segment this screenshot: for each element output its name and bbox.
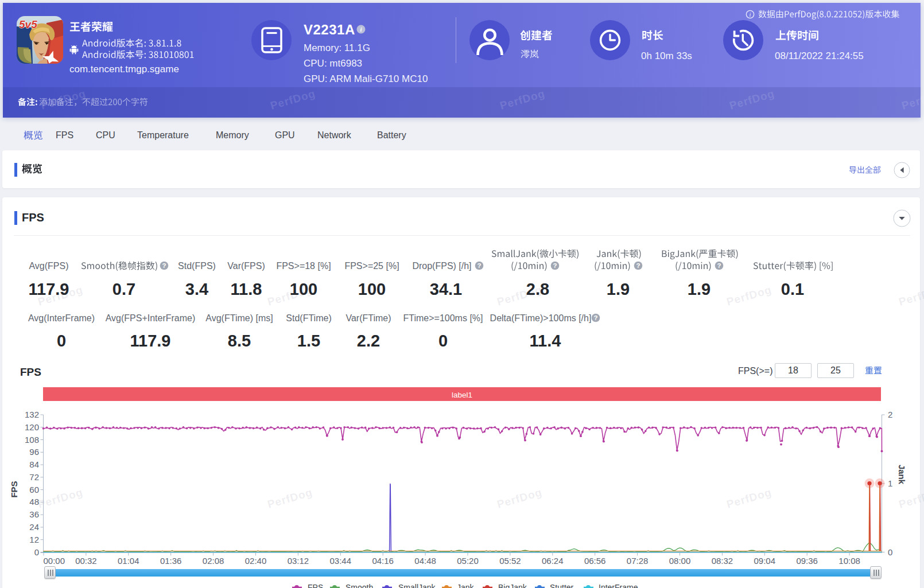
svg-text:SmallJank: SmallJank	[398, 583, 436, 588]
svg-text:FPS: FPS	[9, 481, 19, 497]
svg-text:2: 2	[888, 410, 892, 419]
svg-text:84: 84	[29, 460, 39, 469]
svg-text:?: ?	[593, 314, 597, 321]
svg-text:?: ?	[477, 262, 481, 269]
svg-text:48: 48	[29, 497, 39, 507]
svg-text:?: ?	[553, 262, 557, 269]
svg-text:Stutter: Stutter	[550, 583, 574, 588]
svg-text:02:08: 02:08	[203, 556, 224, 566]
svg-text:00:32: 00:32	[75, 556, 97, 566]
svg-text:08:00: 08:00	[669, 556, 691, 566]
svg-text:03:44: 03:44	[330, 556, 352, 566]
svg-text:FPS: FPS	[308, 583, 323, 588]
svg-text:05:52: 05:52	[499, 556, 521, 566]
svg-text:label1: label1	[452, 391, 472, 399]
svg-text:06:24: 06:24	[542, 556, 564, 566]
svg-text:1: 1	[888, 478, 892, 488]
svg-text:Jank: Jank	[897, 465, 907, 485]
svg-text:08:32: 08:32	[712, 556, 733, 566]
svg-text:06:56: 06:56	[584, 556, 606, 566]
svg-text:01:04: 01:04	[118, 556, 139, 566]
svg-text:?: ?	[636, 262, 640, 269]
svg-text:24: 24	[29, 522, 39, 532]
svg-text:Jank: Jank	[457, 583, 475, 588]
svg-text:InterFrame: InterFrame	[599, 583, 638, 588]
svg-text:i: i	[750, 11, 751, 18]
svg-text:09:04: 09:04	[754, 556, 776, 566]
svg-text:04:48: 04:48	[414, 556, 436, 566]
svg-text:12: 12	[29, 535, 39, 544]
svg-text:05:20: 05:20	[457, 556, 479, 566]
svg-text:0: 0	[888, 547, 892, 557]
svg-text:03:12: 03:12	[288, 556, 309, 566]
svg-text:72: 72	[29, 472, 39, 482]
svg-text:120: 120	[25, 422, 39, 432]
svg-text:0: 0	[34, 547, 39, 557]
svg-text:5v5: 5v5	[19, 18, 37, 30]
svg-text:60: 60	[29, 485, 39, 494]
svg-text:?: ?	[717, 262, 721, 269]
svg-text:09:36: 09:36	[796, 556, 818, 566]
svg-text:132: 132	[25, 410, 39, 419]
svg-text:01:36: 01:36	[160, 556, 182, 566]
svg-text:96: 96	[29, 447, 39, 457]
svg-text:Smooth: Smooth	[345, 583, 373, 588]
svg-text:108: 108	[25, 435, 39, 445]
svg-text:04:16: 04:16	[372, 556, 394, 566]
svg-text:10:08: 10:08	[838, 556, 860, 566]
svg-text:?: ?	[162, 262, 166, 269]
svg-text:36: 36	[29, 509, 39, 519]
svg-text:BigJank: BigJank	[498, 583, 527, 588]
svg-text:00:00: 00:00	[44, 556, 65, 566]
svg-text:07:28: 07:28	[627, 556, 649, 566]
svg-text:02:40: 02:40	[245, 556, 267, 566]
